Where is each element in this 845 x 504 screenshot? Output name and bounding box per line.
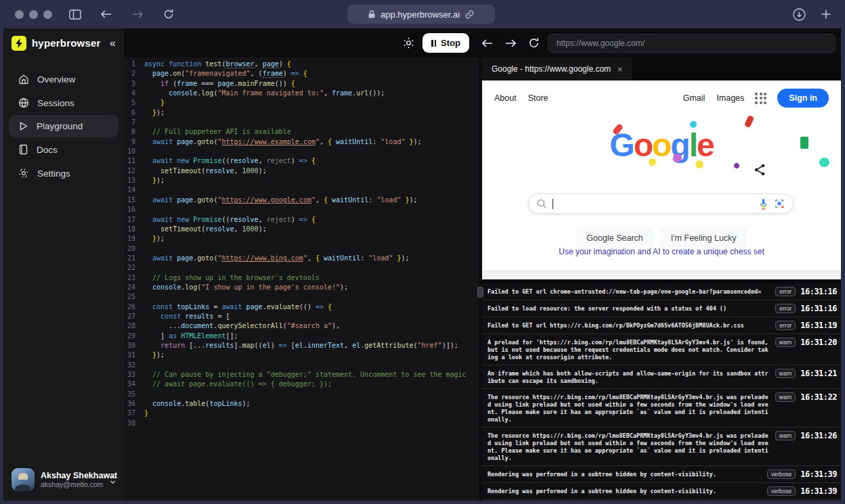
code-text: } bbox=[144, 409, 148, 418]
sidebar-item-playground[interactable]: Playground bbox=[9, 115, 118, 137]
sidebar-item-settings[interactable]: Settings bbox=[9, 162, 118, 185]
tab-close-icon[interactable]: × bbox=[618, 64, 623, 74]
code-line[interactable]: 5 } bbox=[124, 98, 479, 108]
google-nav-link[interactable]: Gmail bbox=[683, 93, 706, 103]
google-apps-icon[interactable] bbox=[755, 93, 766, 104]
code-line[interactable]: 13 }); bbox=[124, 176, 479, 185]
code-line[interactable]: 11 await new Promise((resolve, reject) =… bbox=[124, 156, 479, 166]
code-line[interactable]: 25 bbox=[124, 292, 479, 302]
code-line[interactable]: 6 }); bbox=[124, 108, 479, 118]
code-line[interactable]: 2 page.on("framenavigated", (frame) => { bbox=[124, 69, 479, 78]
back-icon[interactable] bbox=[98, 6, 114, 22]
reload-icon[interactable] bbox=[160, 6, 177, 22]
line-number: 37 bbox=[124, 409, 144, 418]
code-line[interactable]: 32 bbox=[124, 361, 479, 370]
console-row[interactable]: Failed to load resource: the server resp… bbox=[482, 300, 841, 317]
code-line[interactable]: 7 bbox=[124, 118, 479, 127]
code-line[interactable]: 12 setTimeout(resolve, 1000); bbox=[124, 166, 479, 176]
forward-icon[interactable] bbox=[129, 6, 146, 22]
stop-button[interactable]: Stop bbox=[422, 33, 469, 53]
webview-url-input[interactable]: https://www.google.com/ bbox=[548, 34, 836, 53]
doodle-promo-link[interactable]: Use your imagination and AI to create a … bbox=[482, 247, 841, 256]
console-row[interactable]: Rendering was performed in a subtree hid… bbox=[482, 466, 841, 483]
console-row[interactable]: Rendering was performed in a subtree hid… bbox=[482, 483, 841, 500]
code-line[interactable]: 23 // Logs show up in the browser's devt… bbox=[124, 273, 479, 283]
share-icon[interactable] bbox=[753, 161, 771, 179]
tab-google[interactable]: Google - https://www.google.com × bbox=[482, 58, 633, 81]
feeling-lucky-button[interactable]: I'm Feeling Lucky bbox=[661, 227, 747, 249]
code-line[interactable]: 35 bbox=[124, 390, 479, 399]
code-line[interactable]: 30 return [...results].map((el) => [el.i… bbox=[124, 341, 479, 350]
code-text: // Can pause by injecting a "debugger;" … bbox=[144, 370, 467, 380]
webview-reload-icon[interactable] bbox=[525, 35, 542, 52]
code-line[interactable]: 18 setTimeout(resolve, 1000); bbox=[124, 225, 479, 234]
user-menu[interactable]: Akshay Shekhawat akshay@metlo.com bbox=[3, 460, 124, 501]
code-line[interactable]: 1async function test(browser, page) { bbox=[124, 60, 479, 69]
webview-forward-icon[interactable] bbox=[502, 35, 519, 52]
window-controls[interactable] bbox=[15, 10, 52, 19]
code-line[interactable]: 27 const results = [ bbox=[124, 312, 479, 321]
google-doodle-logo[interactable]: Google bbox=[482, 127, 841, 164]
code-line[interactable]: 29 ] as HTMLElement[]; bbox=[124, 331, 479, 341]
code-line[interactable]: 4 console.log("Main frame navigated to:"… bbox=[124, 89, 479, 98]
code-text: setTimeout(resolve, 1000); bbox=[144, 166, 267, 176]
code-text: }); bbox=[144, 350, 165, 360]
console-row[interactable]: Rendering was performed in a subtree hid… bbox=[482, 500, 841, 501]
code-line[interactable]: 21 await page.goto("https://www.bing.com… bbox=[124, 254, 479, 263]
webview-back-icon[interactable] bbox=[479, 35, 496, 52]
console-row[interactable]: The resource https://r.bing.com/rp/lmu8E… bbox=[482, 428, 841, 466]
console-log[interactable]: Failed to GET url chrome-untrusted://new… bbox=[482, 283, 841, 501]
code-line[interactable]: 28 ...document.querySelectorAll("#search… bbox=[124, 321, 479, 331]
link-icon[interactable] bbox=[465, 10, 474, 19]
line-number: 35 bbox=[124, 390, 144, 399]
sidebar-item-sessions[interactable]: Sessions bbox=[9, 91, 118, 114]
google-nav-link[interactable]: About bbox=[494, 93, 517, 103]
resize-grip[interactable] bbox=[477, 287, 483, 298]
google-nav-link[interactable]: Images bbox=[716, 93, 744, 103]
console-row[interactable]: The resource https://r.bing.com/rp/lmu8E… bbox=[482, 389, 841, 428]
google-search-button[interactable]: Google Search bbox=[576, 227, 653, 249]
code-line[interactable]: 9 await page.goto("https://www.example.c… bbox=[124, 137, 479, 147]
code-line[interactable]: 14 bbox=[124, 185, 479, 195]
code-line[interactable]: 24 console.log("I show up in the page's … bbox=[124, 283, 479, 292]
line-number: 14 bbox=[124, 185, 144, 195]
address-bar[interactable]: app.hyperbrowser.ai bbox=[347, 5, 495, 24]
code-line[interactable]: 31 }); bbox=[124, 350, 479, 360]
code-text: await new Promise((resolve, reject) => { bbox=[144, 156, 316, 166]
sign-in-button[interactable]: Sign in bbox=[777, 89, 829, 108]
code-line[interactable]: 17 await new Promise((resolve, reject) =… bbox=[124, 215, 479, 225]
sidebar-item-docs[interactable]: Docs bbox=[9, 138, 118, 161]
downloads-icon[interactable] bbox=[791, 6, 807, 22]
google-nav-link[interactable]: Store bbox=[528, 93, 548, 103]
code-line[interactable]: 34 // await page.evaluate(() => { debugg… bbox=[124, 380, 479, 389]
line-number: 34 bbox=[124, 380, 144, 389]
code-editor[interactable]: 1async function test(browser, page) {2 p… bbox=[124, 58, 479, 501]
console-row[interactable]: Failed to GET url https://r.bing.com/rp/… bbox=[482, 317, 841, 334]
code-line[interactable]: 36 console.table(topLinks); bbox=[124, 399, 479, 409]
console-row[interactable]: An iframe which has both allow-scripts a… bbox=[482, 365, 841, 389]
google-search-input[interactable] bbox=[528, 193, 794, 214]
sidebar-collapse-icon[interactable]: « bbox=[110, 37, 116, 49]
code-line[interactable]: 16 bbox=[124, 205, 479, 214]
code-line[interactable]: 37} bbox=[124, 409, 479, 418]
sidebar-item-label: Settings bbox=[37, 168, 70, 179]
code-line[interactable]: 22 bbox=[124, 263, 479, 273]
code-line[interactable]: 10 bbox=[124, 147, 479, 156]
code-line[interactable]: 15 await page.goto("https://www.google.c… bbox=[124, 196, 479, 205]
console-row[interactable]: A preload for 'https://r.bing.com/rp/lmu… bbox=[482, 334, 841, 365]
code-line[interactable]: 3 if (frame === page.mainFrame()) { bbox=[124, 79, 479, 89]
lens-search-icon[interactable] bbox=[774, 198, 785, 209]
code-line[interactable]: 33 // Can pause by injecting a "debugger… bbox=[124, 370, 479, 380]
code-line[interactable]: 38 bbox=[124, 419, 479, 428]
voice-search-icon[interactable] bbox=[759, 198, 768, 210]
code-line[interactable]: 26 const topLinks = await page.evaluate(… bbox=[124, 302, 479, 312]
playground-settings-gear-icon[interactable] bbox=[399, 35, 417, 52]
sidebar-toggle-icon[interactable] bbox=[67, 6, 83, 22]
console-row[interactable]: Failed to GET url chrome-untrusted://new… bbox=[482, 283, 841, 300]
sidebar-item-overview[interactable]: Overview bbox=[9, 68, 118, 91]
code-line[interactable]: 19 }); bbox=[124, 234, 479, 244]
code-line[interactable]: 20 bbox=[124, 244, 479, 254]
console-message: Failed to GET url https://r.bing.com/rp/… bbox=[488, 321, 770, 329]
code-line[interactable]: 8 // Full puppeteer API is available bbox=[124, 127, 479, 137]
new-tab-icon[interactable] bbox=[818, 6, 834, 22]
